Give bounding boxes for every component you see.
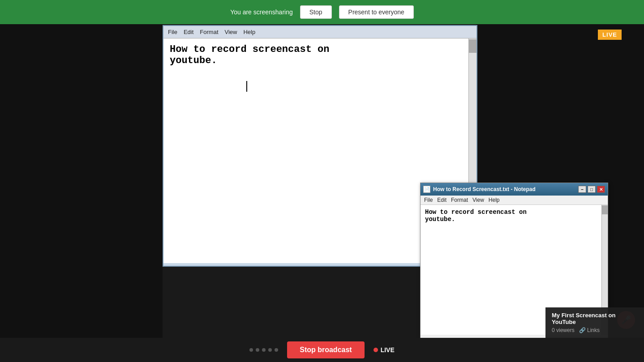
- main-menu-format[interactable]: Format: [200, 29, 218, 35]
- broadcast-title: My First Screencast on YouTube: [552, 312, 638, 325]
- small-notepad-text: How to record screencast onyoutube.: [425, 209, 603, 223]
- main-notepad-text: How to record screencast onyoutube.: [170, 44, 470, 66]
- broadcast-stats: 0 viewers 🔗 Links: [552, 327, 638, 333]
- live-badge-top: LIVE: [598, 30, 622, 40]
- small-notepad-titlebar: 📄 How to Record Screencast.txt - Notepad…: [421, 183, 608, 196]
- main-notepad-menubar: File Edit Format View Help: [163, 26, 477, 38]
- small-menu-help[interactable]: Help: [489, 197, 500, 203]
- small-menu-view[interactable]: View: [472, 197, 484, 203]
- dot-2: [256, 348, 259, 352]
- close-button[interactable]: ✕: [597, 186, 605, 193]
- main-menu-file[interactable]: File: [168, 29, 177, 35]
- text-cursor: [246, 81, 247, 92]
- bottom-bar: Stop broadcast LIVE: [0, 338, 644, 362]
- small-notepad-menubar: File Edit Format View Help: [421, 196, 608, 205]
- dot-1: [249, 348, 253, 352]
- links-label[interactable]: 🔗 Links: [579, 327, 600, 333]
- screenshare-status-text: You are screensharing: [230, 9, 293, 16]
- left-dark-panel: [0, 24, 163, 338]
- small-notepad-scrollbar-thumb[interactable]: [602, 205, 608, 214]
- dot-5: [275, 348, 278, 352]
- minimize-button[interactable]: –: [578, 186, 586, 193]
- dot-4: [268, 348, 272, 352]
- right-panel-info: My First Screencast on YouTube 0 viewers…: [545, 307, 644, 338]
- small-menu-file[interactable]: File: [424, 197, 433, 203]
- small-menu-edit[interactable]: Edit: [437, 197, 447, 203]
- links-icon: 🔗: [579, 327, 586, 333]
- small-menu-format[interactable]: Format: [451, 197, 468, 203]
- stop-broadcast-button[interactable]: Stop broadcast: [287, 341, 364, 358]
- present-to-everyone-button[interactable]: Present to everyone: [339, 5, 414, 19]
- small-notepad-window-controls: – □ ✕: [578, 186, 605, 193]
- live-dot-icon: [374, 348, 378, 352]
- dots-pagination: [249, 348, 278, 352]
- maximize-button[interactable]: □: [588, 186, 596, 193]
- screenshare-top-bar: You are screensharing Stop Present to ev…: [0, 0, 644, 24]
- notepad-app-icon: 📄: [423, 186, 430, 193]
- main-notepad-scrollbar-thumb[interactable]: [469, 39, 477, 53]
- dot-3: [262, 348, 266, 352]
- main-menu-help[interactable]: Help: [243, 29, 255, 35]
- live-indicator: LIVE: [374, 346, 395, 353]
- small-notepad-title-area: 📄 How to Record Screencast.txt - Notepad: [423, 186, 536, 193]
- stop-screenshare-button[interactable]: Stop: [300, 5, 332, 19]
- viewer-count: 0 viewers: [552, 327, 575, 333]
- main-menu-view[interactable]: View: [225, 29, 237, 35]
- main-menu-edit[interactable]: Edit: [184, 29, 193, 35]
- live-label: LIVE: [381, 346, 395, 353]
- small-notepad-title-text: How to Record Screencast.txt - Notepad: [433, 186, 536, 192]
